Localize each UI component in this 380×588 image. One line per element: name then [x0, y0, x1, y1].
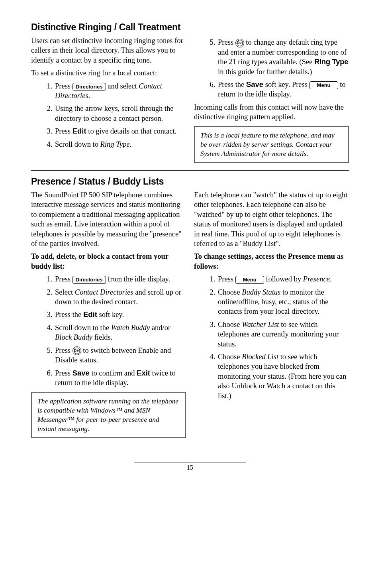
text: Scroll down to the — [55, 324, 111, 332]
s2-left-subhead: To add, delete, or block a contact from … — [31, 252, 186, 271]
footer-rule — [134, 462, 246, 462]
s2-note-box: The application software running on the … — [31, 392, 186, 438]
s2l-step4: Scroll down to the Watch Buddy and/or Bl… — [54, 323, 186, 342]
s1-intro-1: Users can set distinctive incoming ringi… — [31, 36, 186, 65]
s1-left-list: Press Directories and select Contact Dir… — [41, 81, 186, 149]
menu-button: Menu — [309, 81, 338, 89]
text-italic: Watch Buddy — [111, 324, 150, 332]
text: from the idle display. — [106, 275, 170, 283]
s2l-step3: Press the Edit soft key. — [54, 310, 186, 319]
s1-intro-2: To set a distinctive ring for a local co… — [31, 68, 186, 78]
s2r-step3: Choose Watcher List to see which telepho… — [217, 320, 349, 349]
s1-step2: Using the arrow keys, scroll through the… — [54, 104, 186, 123]
s2r-step1: Press Menu followed by Presence. — [217, 274, 349, 284]
text: Press — [218, 275, 235, 283]
page-number: 15 — [187, 464, 193, 471]
section2-title: Presence / Status / Buddy Lists — [31, 176, 349, 187]
s1-step1: Press Directories and select Contact Dir… — [54, 81, 186, 101]
edit-softkey: Edit — [83, 310, 97, 319]
s1-step3: Press Edit to give details on that conta… — [54, 126, 186, 136]
text: Press — [218, 38, 235, 46]
text: Press — [55, 82, 72, 90]
menu-button: Menu — [235, 276, 264, 284]
text: followed by — [264, 275, 303, 283]
text: Scroll down to — [55, 140, 100, 148]
text: Press — [55, 127, 72, 135]
text-italic: Contact Directories — [75, 288, 133, 296]
section1-right-col: Press to change any default ring type an… — [194, 36, 349, 163]
s2-left-list: Press Directories from the idle display.… — [41, 274, 186, 387]
s1-step5: Press to change any default ring type an… — [217, 37, 349, 77]
section1-title: Distinctive Ringing / Call Treatment — [31, 22, 349, 33]
s2l-step6: Press Save to confirm and Exit twice to … — [54, 368, 186, 388]
text: Press — [55, 275, 72, 283]
s1-step4: Scroll down to Ring Type. — [54, 140, 186, 149]
s2l-step5: Press to switch between Enable and Disab… — [54, 346, 186, 365]
s1-step6: Press the Save soft key. Press Menu to r… — [217, 80, 349, 99]
text: . — [330, 275, 332, 283]
text: soft key. — [97, 311, 124, 319]
text: soft key. Press — [263, 81, 309, 88]
text: Press the — [218, 81, 246, 88]
section2-left-col: The SoundPoint IP 500 SIP telephone comb… — [31, 190, 186, 438]
text: fields. — [92, 333, 112, 341]
text: Press — [55, 346, 72, 354]
page-footer: 15 — [31, 462, 349, 471]
text-italic: Blocked List — [242, 353, 278, 361]
s2-right-subhead: To change settings, access the Presence … — [194, 252, 349, 271]
text: Press the — [55, 311, 83, 319]
text: in this guide for further details.) — [218, 68, 312, 76]
text: . — [88, 92, 90, 100]
text-italic: Ring Type — [100, 140, 130, 148]
sel-key-icon — [235, 39, 244, 47]
s2-intro: The SoundPoint IP 500 SIP telephone comb… — [31, 190, 186, 248]
text: Select — [55, 288, 75, 296]
page-container: Distinctive Ringing / Call Treatment Use… — [0, 0, 380, 487]
ring-type-label: Ring Type — [314, 57, 348, 66]
section2-right-col: Each telephone can "watch" the status of… — [194, 190, 349, 438]
exit-softkey: Exit — [137, 369, 150, 377]
s2r-step2: Choose Buddy Status to monitor the onlin… — [217, 287, 349, 317]
directories-button: Directories — [72, 83, 106, 91]
section1-left-col: Users can set distinctive incoming ringi… — [31, 36, 186, 163]
sel-key-icon — [72, 346, 81, 355]
section1-columns: Users can set distinctive incoming ringi… — [31, 36, 349, 163]
s1-outro: Incoming calls from this contact will no… — [194, 102, 349, 122]
s2r-step4: Choose Blocked List to see which telepho… — [217, 352, 349, 401]
s1-note-box: This is a local feature to the telephone… — [194, 126, 349, 163]
text: . — [130, 140, 132, 148]
s2-right-list: Press Menu followed by Presence. Choose … — [204, 274, 349, 401]
s2l-step2: Select Contact Directories and scroll up… — [54, 287, 186, 307]
text: to give details on that contact. — [86, 127, 177, 135]
text-italic: Watcher List — [242, 321, 279, 328]
edit-softkey: Edit — [72, 127, 86, 135]
text-italic: Presence — [303, 275, 330, 283]
text: Choose — [218, 353, 242, 361]
section2-columns: The SoundPoint IP 500 SIP telephone comb… — [31, 190, 349, 438]
text: Choose — [218, 321, 242, 328]
text: and/or — [150, 324, 170, 332]
s2r-intro: Each telephone can "watch" the status of… — [194, 190, 349, 248]
text: to confirm and — [90, 369, 137, 377]
text: Press — [55, 369, 72, 377]
divider — [31, 170, 349, 171]
text-italic: Buddy Status — [242, 288, 280, 296]
text: Choose — [218, 288, 242, 296]
s2l-step1: Press Directories from the idle display. — [54, 274, 186, 284]
text-italic: Block Buddy — [55, 333, 92, 341]
save-softkey: Save — [246, 80, 263, 88]
text: and select — [106, 82, 139, 90]
save-softkey: Save — [72, 369, 90, 377]
s1-right-list: Press to change any default ring type an… — [204, 37, 349, 99]
directories-button: Directories — [72, 276, 106, 284]
